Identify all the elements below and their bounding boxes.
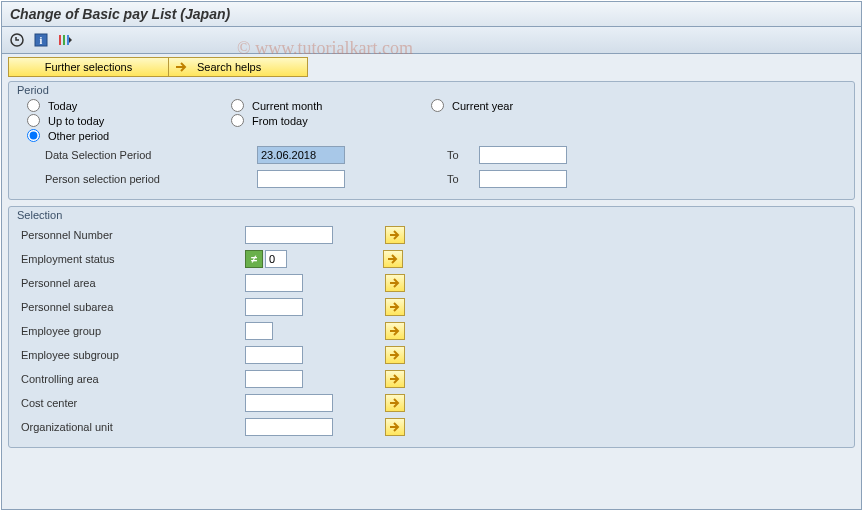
radio-current-month-label: Current month <box>252 100 322 112</box>
data-selection-from-input[interactable] <box>257 146 345 164</box>
to-label-1: To <box>447 149 479 161</box>
radio-current-year-label: Current year <box>452 100 513 112</box>
arrow-right-icon <box>389 302 401 312</box>
cost-center-label: Cost center <box>17 397 245 409</box>
employment-status-input[interactable] <box>265 250 287 268</box>
personnel-area-input[interactable] <box>245 274 303 292</box>
employee-group-multi-button[interactable] <box>385 322 405 340</box>
organizational-unit-input[interactable] <box>245 418 333 436</box>
svg-rect-5 <box>67 35 69 45</box>
radio-other-period-label: Other period <box>48 130 109 142</box>
personnel-number-multi-button[interactable] <box>385 226 405 244</box>
to-label-2: To <box>447 173 479 185</box>
arrow-right-icon <box>175 61 189 73</box>
period-group: Period Today Current month Current year … <box>8 81 855 200</box>
personnel-number-input[interactable] <box>245 226 333 244</box>
cost-center-input[interactable] <box>245 394 333 412</box>
action-buttons-row: Further selections Search helps <box>8 57 855 77</box>
cost-center-multi-button[interactable] <box>385 394 405 412</box>
personnel-subarea-label: Personnel subarea <box>17 301 245 313</box>
person-selection-to-input[interactable] <box>479 170 567 188</box>
controlling-area-label: Controlling area <box>17 373 245 385</box>
not-equal-icon: ≠ <box>245 250 263 268</box>
employment-status-label: Employment status <box>17 253 245 265</box>
info-icon[interactable]: i <box>32 32 50 48</box>
further-selections-button[interactable]: Further selections <box>8 57 168 77</box>
selection-group: Selection Personnel Number Employment st… <box>8 206 855 448</box>
personnel-number-label: Personnel Number <box>17 229 245 241</box>
person-selection-period-label: Person selection period <box>17 173 229 185</box>
controlling-area-multi-button[interactable] <box>385 370 405 388</box>
radio-from-today[interactable]: From today <box>231 114 431 127</box>
arrow-right-icon <box>389 278 401 288</box>
search-helps-button[interactable]: Search helps <box>168 57 308 77</box>
personnel-subarea-multi-button[interactable] <box>385 298 405 316</box>
data-selection-to-input[interactable] <box>479 146 567 164</box>
period-group-title: Period <box>17 84 846 98</box>
personnel-area-multi-button[interactable] <box>385 274 405 292</box>
radio-from-today-label: From today <box>252 115 308 127</box>
radio-other-period[interactable]: Other period <box>27 129 231 142</box>
radio-today[interactable]: Today <box>27 99 231 112</box>
employee-subgroup-input[interactable] <box>245 346 303 364</box>
app-toolbar: i <box>2 27 861 54</box>
controlling-area-input[interactable] <box>245 370 303 388</box>
arrow-right-icon <box>389 350 401 360</box>
radio-current-month[interactable]: Current month <box>231 99 431 112</box>
arrow-right-icon <box>389 398 401 408</box>
organizational-unit-multi-button[interactable] <box>385 418 405 436</box>
personnel-subarea-input[interactable] <box>245 298 303 316</box>
radio-current-year[interactable]: Current year <box>431 99 631 112</box>
arrow-right-icon <box>389 326 401 336</box>
arrow-right-icon <box>389 374 401 384</box>
employee-subgroup-label: Employee subgroup <box>17 349 245 361</box>
arrow-right-icon <box>389 422 401 432</box>
employee-subgroup-multi-button[interactable] <box>385 346 405 364</box>
arrow-right-icon <box>387 254 399 264</box>
svg-text:i: i <box>40 35 43 46</box>
person-selection-from-input[interactable] <box>257 170 345 188</box>
search-helps-label: Search helps <box>197 61 261 73</box>
organizational-unit-label: Organizational unit <box>17 421 245 433</box>
employee-group-label: Employee group <box>17 325 245 337</box>
svg-rect-4 <box>63 35 65 45</box>
radio-up-to-today[interactable]: Up to today <box>27 114 231 127</box>
execute-icon[interactable] <box>8 32 26 48</box>
employment-status-multi-button[interactable] <box>383 250 403 268</box>
svg-rect-3 <box>59 35 61 45</box>
personnel-area-label: Personnel area <box>17 277 245 289</box>
employee-group-input[interactable] <box>245 322 273 340</box>
radio-up-to-today-label: Up to today <box>48 115 104 127</box>
variant-icon[interactable] <box>56 32 74 48</box>
arrow-right-icon <box>389 230 401 240</box>
data-selection-period-label: Data Selection Period <box>17 149 229 161</box>
radio-today-label: Today <box>48 100 77 112</box>
page-title: Change of Basic pay List (Japan) <box>2 2 861 27</box>
selection-group-title: Selection <box>17 209 846 223</box>
